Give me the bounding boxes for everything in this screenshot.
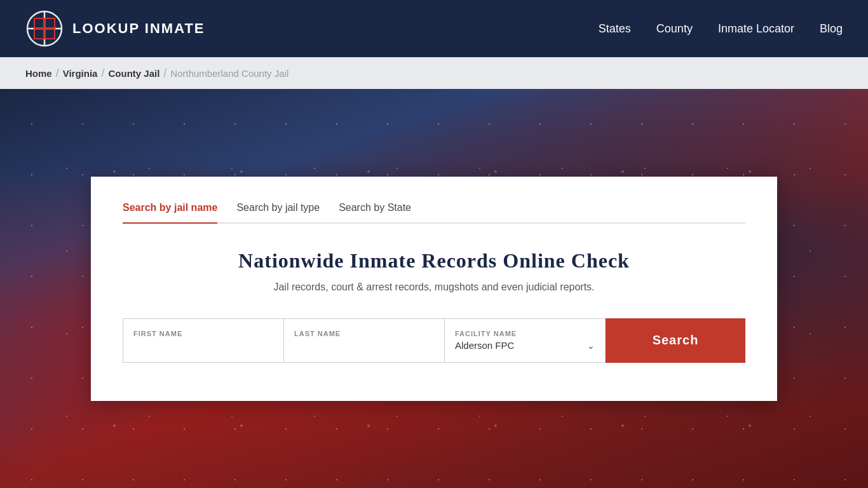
search-button[interactable]: Search [606, 318, 745, 363]
tab-jail-type[interactable]: Search by jail type [236, 202, 320, 214]
first-name-field[interactable]: FIRST NAME [123, 318, 284, 363]
facility-label: FACILITY NAME [455, 330, 595, 337]
last-name-label: LAST NAME [294, 330, 434, 337]
facility-value: Alderson FPC [455, 340, 514, 351]
card-title: Nationwide Inmate Records Online Check [123, 249, 745, 273]
last-name-input[interactable] [294, 340, 434, 351]
breadcrumb-virginia[interactable]: Virginia [63, 68, 98, 79]
hero-section: Search by jail name Search by jail type … [0, 89, 868, 488]
search-form: FIRST NAME LAST NAME FACILITY NAME Alder… [123, 318, 745, 363]
logo-icon [25, 10, 64, 48]
first-name-input[interactable] [133, 340, 273, 351]
breadcrumb-sep-2: / [101, 67, 104, 80]
breadcrumb-current: Northumberland County Jail [170, 68, 288, 79]
last-name-field[interactable]: LAST NAME [284, 318, 445, 363]
nav-blog[interactable]: Blog [820, 22, 843, 35]
facility-name-field[interactable]: FACILITY NAME Alderson FPC ⌄ [445, 318, 606, 363]
search-tabs: Search by jail name Search by jail type … [123, 202, 745, 224]
first-name-label: FIRST NAME [133, 330, 273, 337]
nav-inmate-locator[interactable]: Inmate Locator [718, 22, 794, 35]
breadcrumb-sep-1: / [56, 67, 59, 80]
breadcrumb: Home / Virginia / County Jail / Northumb… [0, 57, 868, 89]
breadcrumb-sep-3: / [163, 67, 166, 80]
svg-rect-5 [34, 29, 44, 39]
tab-jail-name[interactable]: Search by jail name [123, 202, 217, 224]
breadcrumb-county-jail[interactable]: County Jail [108, 68, 159, 79]
card-subtitle: Jail records, court & arrest records, mu… [123, 281, 745, 293]
main-nav: States County Inmate Locator Blog [599, 22, 843, 36]
tab-state[interactable]: Search by State [339, 202, 411, 214]
svg-rect-3 [34, 18, 44, 28]
svg-rect-6 [45, 29, 55, 39]
chevron-down-icon: ⌄ [587, 341, 595, 351]
nav-county[interactable]: County [656, 22, 693, 35]
search-card: Search by jail name Search by jail type … [91, 177, 777, 401]
logo-area[interactable]: LOOKUP INMATE [25, 10, 205, 48]
nav-states[interactable]: States [599, 22, 631, 35]
header: LOOKUP INMATE States County Inmate Locat… [0, 0, 868, 57]
breadcrumb-home[interactable]: Home [25, 68, 52, 79]
logo-text: LOOKUP INMATE [72, 20, 205, 37]
svg-rect-4 [45, 18, 55, 28]
